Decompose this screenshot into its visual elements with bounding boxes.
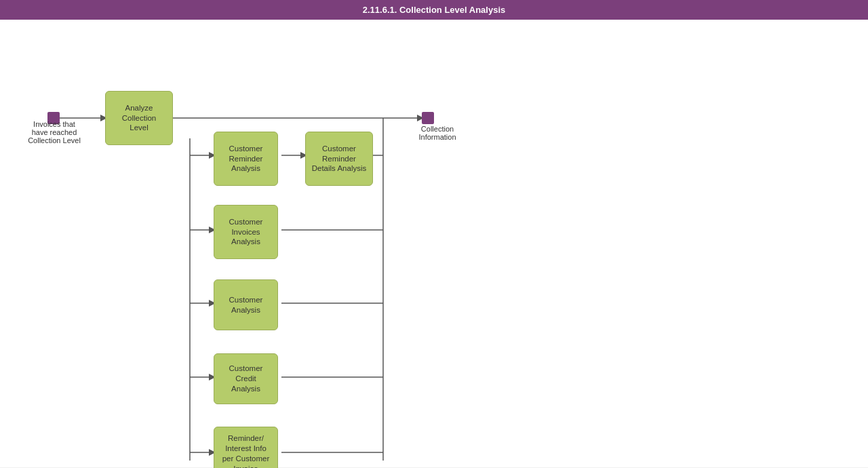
invoices-label: Invoices thathave reachedCollection Leve…	[20, 120, 88, 144]
customer-reminder-node[interactable]: CustomerReminderAnalysis	[214, 132, 278, 186]
customer-invoices-node[interactable]: CustomerInvoicesAnalysis	[214, 205, 278, 259]
header-title: 2.11.6.1. Collection Level Analysis	[363, 5, 506, 15]
customer-reminder-details-node[interactable]: CustomerReminderDetails Analysis	[305, 132, 373, 186]
customer-credit-node[interactable]: CustomerCreditAnalysis	[214, 353, 278, 404]
arrows-svg	[0, 20, 868, 467]
analyze-collection-node[interactable]: AnalyzeCollectionLevel	[105, 91, 173, 145]
diagram-canvas: Invoices thathave reachedCollection Leve…	[0, 20, 868, 467]
page-header: 2.11.6.1. Collection Level Analysis	[0, 0, 868, 20]
end-dot	[422, 112, 434, 124]
customer-analysis-node[interactable]: CustomerAnalysis	[214, 279, 278, 330]
reminder-interest-node[interactable]: Reminder/Interest Infoper CustomerInvoic…	[214, 427, 278, 468]
collection-info-label: CollectionInformation	[407, 125, 468, 141]
